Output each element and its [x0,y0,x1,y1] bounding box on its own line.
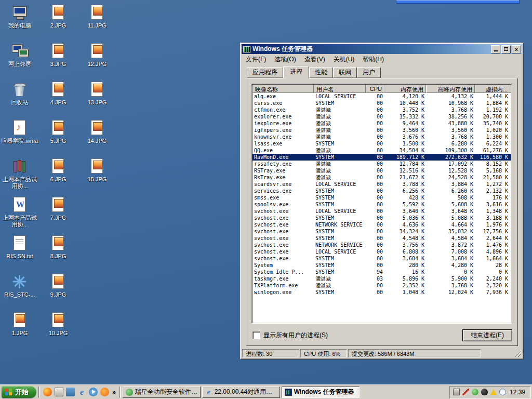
desktop-icon[interactable]: 回收站 [1,80,38,118]
column-header-5[interactable]: 虚拟内... [475,85,511,93]
process-row[interactable]: alg.exeLOCAL SERVICE004,120 K4,132 K1,44… [252,93,511,100]
column-header-3[interactable]: 内存使用 [384,85,426,93]
tab-0[interactable]: 应用程序 [247,67,283,78]
realplayer-icon[interactable] [100,388,109,396]
menu-item-1[interactable]: 选项(O) [270,54,300,65]
desktop-icon[interactable]: 4.JPG [39,80,77,118]
process-row[interactable]: igfxpers.exe潘湛崴003,560 K3,560 K1,020 K [252,127,511,134]
process-user: 潘湛崴 [314,107,366,113]
process-row[interactable]: taskmgr.exe潘湛崴035,896 K5,900 K2,240 K [252,275,511,282]
process-row[interactable]: TXPlatform.exe潘湛崴002,352 K3,768 K2,320 K [252,282,511,289]
quick-launch-overflow-chevron[interactable]: » [111,389,117,396]
tab-2[interactable]: 性能 [309,67,333,78]
desktop-icon[interactable]: 10.JPG [39,311,77,349]
process-row[interactable]: RSTray.exe潘湛崴0012,516 K12,528 K5,168 K [252,167,511,174]
desktop[interactable]: 我的电脑网上邻居回收站♪喧器学院.wma上网本产品试用协...W上网本产品试用协… [0,0,532,399]
process-row[interactable]: smss.exeSYSTEM00428 K508 K176 K [252,194,511,201]
process-row[interactable]: svchost.exeSYSTEM004,548 K4,584 K2,644 K [252,235,511,242]
process-row[interactable]: SystemSYSTEM00280 K4,280 K28 K [252,262,511,269]
tab-1[interactable]: 进程 [283,66,309,78]
process-row[interactable]: svchost.exeLOCAL SERVICE006,808 K7,008 K… [252,248,511,255]
printer-icon[interactable] [453,389,460,395]
process-row[interactable]: lsass.exeSYSTEM001,500 K6,280 K6,224 K [252,140,511,147]
qq-icon[interactable] [481,389,488,395]
process-row[interactable]: RsTray.exe潘湛崴0021,672 K24,528 K21,580 K [252,174,511,181]
close-icon: × [515,46,518,52]
taskbar-button-2[interactable]: Windows 任务管理器 [282,387,360,398]
process-row[interactable]: services.exeSYSTEM006,256 K6,260 K2,132 … [252,188,511,194]
outlook-icon[interactable] [66,388,75,396]
close-button[interactable]: × [512,45,521,54]
menu-item-0[interactable]: 文件(F) [242,54,270,65]
process-row[interactable]: ctfmon.exe潘湛崴003,752 K3,768 K1,192 K [252,107,511,113]
process-row[interactable]: svchost.exeSYSTEM0034,324 K35,032 K17,75… [252,228,511,235]
process-row[interactable]: explorer.exe潘湛崴0015,332 K38,256 K20,700 … [252,113,511,120]
tab-3[interactable]: 联网 [333,67,357,78]
desktop-icon[interactable]: 8.JPG [39,234,77,272]
desktop-icon[interactable]: 1.JPG [1,311,38,349]
firefox-icon[interactable] [43,388,52,396]
column-header-1[interactable]: 用户名 [314,85,366,93]
column-header-2[interactable]: CPU [366,85,384,93]
desktop-icon[interactable]: 13.JPG [78,80,116,118]
desktop-icon[interactable]: 上网本产品试用协... [1,157,38,195]
process-row[interactable]: knownsvr.exe潘湛崴003,676 K3,768 K1,300 K [252,134,511,140]
resize-grip[interactable] [514,350,521,357]
desktop-icon[interactable]: 3.JPG [39,42,77,80]
desktop-icon[interactable]: RIS SN.txt [1,234,38,272]
process-row[interactable]: svchost.exeSYSTEM005,036 K5,088 K3,188 K [252,215,511,221]
start-button[interactable]: 开始 [2,386,36,398]
desktop-icon[interactable]: W上网本产品试用协... [1,195,38,234]
alert-icon[interactable] [490,389,497,395]
partial-window-top-edge[interactable] [396,0,520,4]
antivirus-icon[interactable] [472,389,478,395]
show-desktop-icon[interactable] [55,388,63,396]
process-name: svchost.exe [252,228,314,235]
column-header-0[interactable]: 映像名称 [252,85,314,93]
process-user: 潘湛崴 [314,174,366,181]
process-row[interactable]: svchost.exeNETWORK SERVICE004,636 K4,664… [252,221,511,228]
menu-item-4[interactable]: 帮助(H) [358,54,388,65]
status-process-count: 进程数: 30 [242,349,299,357]
ie-icon[interactable]: e [77,388,86,396]
desktop-icon[interactable]: 2.JPG [39,3,77,42]
taskbar-button-0[interactable]: 瑞星全功能安全软件2... [123,387,201,398]
taskbar-button-1[interactable]: e22.00.00.44对通用病... [202,387,280,398]
desktop-icon[interactable]: ♪喧器学院.wma [1,118,38,157]
desktop-icon[interactable]: 12.JPG [78,42,116,80]
desktop-icon[interactable]: 11.JPG [78,3,116,42]
process-row[interactable]: svchost.exeLOCAL SERVICE003,640 K3,648 K… [252,208,511,215]
maximize-button[interactable] [501,45,511,54]
title-bar[interactable]: Windows 任务管理器 × [242,44,522,54]
process-row[interactable]: iexplore.exe潘湛崴009,464 K43,880 K35,740 K [252,120,511,127]
end-process-button[interactable]: 结束进程(E) [462,329,512,341]
process-row[interactable]: RavMonD.exeSYSTEM03189,712 K272,632 K116… [252,154,511,161]
desktop-icon[interactable]: 我的电脑 [1,3,38,42]
process-row[interactable]: csrss.exeSYSTEM0010,448 K10,968 K1,884 K [252,100,511,107]
minimize-button[interactable] [491,45,500,54]
process-row[interactable]: svchost.exeSYSTEM003,604 K3,604 K1,664 K [252,255,511,262]
tab-4[interactable]: 用户 [357,67,381,78]
clock-icon[interactable] [499,389,506,395]
process-row[interactable]: scardsvr.exeLOCAL SERVICE003,788 K3,884 … [252,181,511,188]
process-row[interactable]: rssafety.exe潘湛崴0012,784 K17,092 K8,152 K [252,161,511,167]
media-player-icon[interactable] [89,388,98,396]
desktop-icon[interactable]: 网上邻居 [1,42,38,80]
menu-item-2[interactable]: 查看(V) [300,54,329,65]
desktop-icon[interactable]: 5.JPG [39,118,77,157]
desktop-icon[interactable]: 6.JPG [39,157,77,195]
pen-icon[interactable] [462,389,469,395]
desktop-icon[interactable]: 7.JPG [39,195,77,234]
desktop-icon[interactable]: 14.JPG [78,118,116,157]
desktop-icon[interactable]: RIS_STC-... [1,272,38,311]
process-row[interactable]: svchost.exeNETWORK SERVICE003,756 K3,872… [252,242,511,248]
menu-item-3[interactable]: 关机(U) [329,54,359,65]
desktop-icon[interactable]: 9.JPG [39,272,77,311]
process-row[interactable]: winlogon.exeSYSTEM001,048 K12,024 K7,936… [252,289,511,296]
process-row[interactable]: spoolsv.exeSYSTEM005,592 K5,608 K3,616 K [252,201,511,208]
column-header-4[interactable]: 高峰内存使用 [426,85,475,93]
process-row[interactable]: System Idle P...SYSTEM9416 K0 K0 K [252,269,511,275]
desktop-icon[interactable]: 15.JPG [78,157,116,195]
show-all-processes-checkbox[interactable] [252,331,260,339]
process-row[interactable]: QQ.exe潘湛崴0034,504 K109,300 K61,276 K [252,147,511,154]
